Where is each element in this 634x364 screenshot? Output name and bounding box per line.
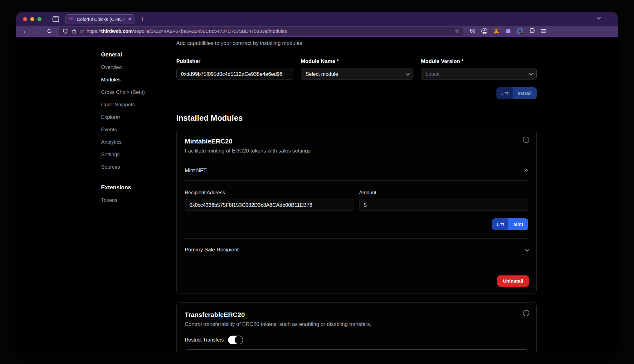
navigation-toolbar: ← → ⇄ https://thirdweb.com/sepolia/0x324… [16, 26, 618, 37]
install-button[interactable]: Install [513, 87, 537, 99]
chevron-down-icon [529, 71, 533, 75]
url-text[interactable]: https://thirdweb.com/sepolia/0x3244A9F67… [87, 28, 452, 34]
module-description: Control transferability of ERC20 tokens,… [185, 321, 528, 328]
sidebar-item-settings[interactable]: Settings [101, 148, 176, 161]
install-button-group: 1 ⇆ Install [496, 87, 537, 99]
sidebar-item-events[interactable]: Events [101, 123, 176, 136]
network-switch-badge[interactable]: 1 ⇆ [496, 87, 513, 99]
module-version-label: Module Version * [421, 58, 537, 65]
sidebar-toggle-icon[interactable] [52, 15, 60, 23]
close-window-button[interactable] [23, 17, 27, 21]
mint-nft-section-toggle[interactable]: Mint NFT [185, 161, 528, 180]
amount-label: Amount [359, 190, 528, 196]
browser-tab[interactable]: Colorful Chicks (CHICK) | Sepoli × [65, 14, 134, 24]
recipient-address-label: Recipient Address [185, 190, 354, 196]
url-bar[interactable]: ⇄ https://thirdweb.com/sepolia/0x3244A9F… [59, 27, 463, 36]
uninstall-button[interactable]: Uninstall [497, 275, 529, 287]
tab-close-icon[interactable]: × [128, 17, 131, 22]
primary-sale-recipient-toggle[interactable]: Primary Sale Recipient [185, 239, 528, 261]
tab-title: Colorful Chicks (CHICK) | Sepoli [77, 17, 128, 22]
extensions-puzzle-icon[interactable] [529, 28, 535, 34]
info-icon[interactable] [523, 136, 529, 143]
sidebar-heading-general: General [101, 48, 176, 61]
modules-intro-text: Add capabilities to your contract by ins… [176, 40, 537, 47]
browser-window: Colorful Chicks (CHICK) | Sepoli × + ← →… [16, 12, 618, 353]
publisher-input[interactable] [176, 68, 293, 80]
amount-input[interactable] [359, 199, 528, 211]
module-title: TransferableERC20 [185, 311, 528, 318]
sidebar-item-overview[interactable]: Overview [101, 61, 176, 73]
pocket-icon[interactable] [470, 28, 476, 34]
sidebar-heading-extensions: Extensions [101, 181, 176, 194]
thirdweb-favicon-icon [68, 17, 74, 21]
account-icon[interactable] [481, 28, 488, 34]
back-button[interactable]: ← [22, 28, 28, 34]
sidebar-item-tokens[interactable]: Tokens [101, 194, 176, 206]
page-viewport: General Overview Modules Cross Chain (Be… [16, 37, 618, 352]
tab-bar: Colorful Chicks (CHICK) | Sepoli × + [16, 12, 618, 26]
phantom-icon[interactable] [505, 28, 511, 34]
install-module-form: Publisher Module Name * Select module Mo… [176, 58, 537, 80]
sidebar-item-sources[interactable]: Sources [101, 161, 176, 173]
reload-button[interactable] [47, 28, 52, 34]
info-icon[interactable] [523, 310, 529, 317]
sidebar-item-explorer[interactable]: Explorer [101, 111, 176, 123]
menu-hamburger-icon[interactable] [540, 29, 546, 33]
modules-main: Add capabilities to your contract by ins… [176, 37, 537, 352]
permissions-icon[interactable]: ⇄ [80, 29, 84, 34]
forward-button[interactable]: → [35, 28, 41, 34]
chevron-down-icon [406, 71, 410, 75]
minimize-window-button[interactable] [30, 17, 34, 21]
zoom-window-button[interactable] [37, 17, 41, 21]
module-card-mintable-erc20: MintableERC20 Facilitate minting of ERC2… [176, 129, 537, 294]
publisher-label: Publisher [176, 58, 293, 65]
module-title: MintableERC20 [185, 138, 528, 145]
restrict-transfers-label: Restrict Transfers [185, 337, 224, 343]
installed-modules-heading: Installed Modules [176, 114, 537, 123]
bookmark-star-icon[interactable]: ☆ [455, 28, 460, 34]
transfer-warning-alert: Nobody has permission to transfer tokens… [185, 349, 528, 352]
module-version-select[interactable]: Latest [421, 68, 537, 80]
contract-sidebar: General Overview Modules Cross Chain (Be… [101, 37, 176, 352]
module-card-transferable-erc20: TransferableERC20 Control transferabilit… [176, 302, 537, 352]
lock-icon[interactable] [72, 28, 76, 34]
metamask-icon[interactable] [493, 28, 500, 34]
new-tab-button[interactable]: + [140, 15, 144, 23]
sidebar-item-modules[interactable]: Modules [101, 73, 176, 86]
sidebar-item-cross-chain[interactable]: Cross Chain (Beta) [101, 86, 176, 98]
sidebar-item-analytics[interactable]: Analytics [101, 136, 176, 148]
tab-overflow-chevron-icon[interactable] [597, 15, 600, 21]
mint-button-group: 1 ⇆ Mint [492, 218, 528, 230]
mint-button[interactable]: Mint [508, 218, 528, 230]
module-description: Facilitate minting of ERC20 tokens with … [185, 148, 528, 154]
chevron-up-icon [524, 169, 529, 173]
recipient-address-input[interactable] [185, 199, 354, 211]
restrict-transfers-toggle[interactable] [228, 336, 243, 344]
tracking-shield-icon[interactable] [63, 28, 68, 34]
sidebar-item-code-snippets[interactable]: Code Snippets [101, 98, 176, 111]
mint-nft-label: Mint NFT [185, 167, 207, 174]
module-version-value: Latest [426, 71, 440, 77]
primary-sale-recipient-label: Primary Sale Recipient [185, 247, 239, 253]
traffic-lights [23, 17, 41, 21]
network-switch-badge[interactable]: 1 ⇆ [492, 218, 508, 230]
wallet-guard-icon[interactable] [517, 28, 524, 35]
chevron-down-icon [525, 247, 529, 251]
module-name-select[interactable]: Select module [301, 68, 413, 80]
module-name-value: Select module [305, 71, 338, 77]
module-name-label: Module Name * [301, 58, 413, 65]
